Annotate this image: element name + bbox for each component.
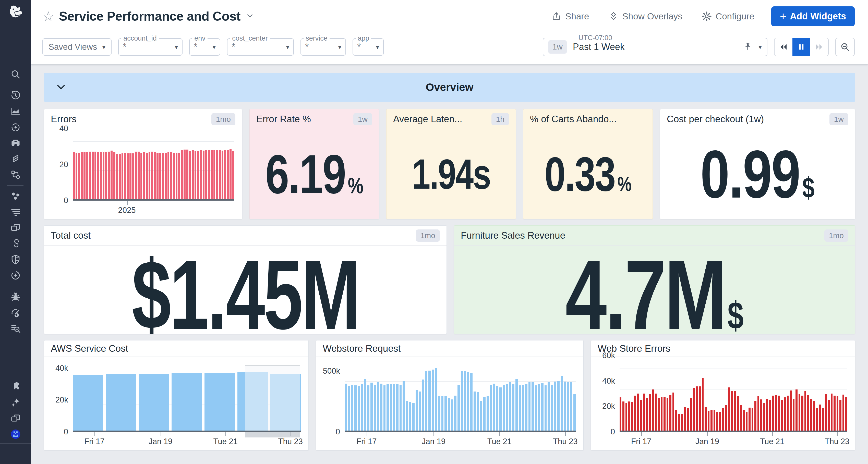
widget-title: Average Laten... <box>393 114 462 125</box>
sidebar-item-windows[interactable] <box>7 410 25 426</box>
bar <box>561 376 563 431</box>
bar <box>108 152 110 199</box>
webstore-request-chart[interactable]: 0500kFri 17Jan 19Tue 21Thu 23 <box>316 357 583 450</box>
y-axis-labels: 0500k <box>320 364 345 446</box>
template-variable-account_id[interactable]: account_id * ▾ <box>118 38 183 56</box>
query-unit: % <box>348 174 363 197</box>
time-backward-button[interactable] <box>775 38 793 56</box>
sidebar-item-ai-assistant[interactable] <box>7 395 25 410</box>
sidebar-item-ci[interactable] <box>7 268 25 283</box>
bar <box>813 401 815 431</box>
aws-cost-chart[interactable]: 020k40kFri 17Jan 19Tue 21Thu 23 <box>44 357 308 450</box>
sidebar-item-workflows[interactable] <box>7 167 25 183</box>
overview-section-header[interactable]: Overview <box>44 73 855 102</box>
bar <box>690 398 692 431</box>
caret-down-icon: ▾ <box>102 43 105 51</box>
variable-label: service <box>304 34 330 42</box>
datadog-logo-icon[interactable] <box>6 3 26 23</box>
errors-chart[interactable]: 020402025 <box>44 129 242 219</box>
total-cost-widget[interactable]: Total cost 1mo $1.45M <box>44 225 447 334</box>
sidebar-item-security[interactable] <box>7 252 25 268</box>
bar <box>178 153 180 199</box>
widget-header: Webstore Request <box>316 340 583 357</box>
sidebar-item-synthetics[interactable] <box>7 236 25 252</box>
plot-area[interactable] <box>345 364 576 432</box>
plot-area[interactable] <box>73 364 301 432</box>
web-store-errors-widget[interactable]: Web Store Errors 020k40k60kFri 17Jan 19T… <box>591 340 855 451</box>
bar <box>646 398 648 431</box>
x-tick-mark <box>772 432 773 436</box>
sidebar-item-performance[interactable] <box>7 305 25 320</box>
bar <box>396 384 399 431</box>
x-axis: Fri 17Jan 19Tue 21Thu 23 <box>73 432 301 446</box>
zoom-out-button[interactable] <box>835 38 855 56</box>
bar <box>106 374 136 431</box>
sidebar-item-search[interactable] <box>7 66 25 82</box>
add-widgets-button[interactable]: + Add Widgets <box>771 6 855 26</box>
show-overlays-button[interactable]: Show Overlays <box>608 11 682 22</box>
windows-icon <box>10 413 21 424</box>
y-tick-label: 20k <box>55 395 68 405</box>
pin-icon[interactable] <box>743 41 753 53</box>
widget-title: Cost per checkout (1w) <box>667 114 764 125</box>
bar <box>684 407 686 431</box>
sidebar-item-history[interactable] <box>7 88 25 104</box>
template-variable-app[interactable]: app * ▾ <box>352 38 384 56</box>
share-button[interactable]: Share <box>551 11 589 22</box>
sidebar-item-rum[interactable] <box>7 220 25 236</box>
fast-forward-icon <box>815 42 824 52</box>
favorite-star-icon[interactable]: ☆ <box>42 10 54 23</box>
template-variable-env[interactable]: env * ▾ <box>189 38 220 56</box>
bar <box>390 384 392 431</box>
configure-button[interactable]: Configure <box>701 11 754 22</box>
webstore-request-widget[interactable]: Webstore Request 0500kFri 17Jan 19Tue 21… <box>316 340 584 451</box>
sidebar-item-logs[interactable] <box>7 204 25 220</box>
template-variables: account_id * ▾env * ▾cost_center * ▾serv… <box>112 38 384 56</box>
bar <box>132 153 134 199</box>
error-rate-widget[interactable]: Error Rate % 1w 6.19% <box>249 109 379 219</box>
bar <box>499 388 502 431</box>
title-dropdown-caret-icon[interactable] <box>246 11 254 21</box>
time-forward-button[interactable] <box>810 38 828 56</box>
template-variable-service[interactable]: service * ▾ <box>301 38 346 56</box>
selection-overlay[interactable] <box>245 366 300 431</box>
cost-per-checkout-widget[interactable]: Cost per checkout (1w) 1w 0.99$ <box>660 109 855 219</box>
bar <box>141 153 143 199</box>
sidebar-item-metrics[interactable] <box>7 104 25 119</box>
y-tick-label: 20 <box>60 160 68 169</box>
integrations-icon <box>10 381 21 392</box>
x-tick-mark <box>565 432 566 436</box>
sidebar-item-user-avatar[interactable] <box>7 426 25 442</box>
bar <box>538 384 540 431</box>
sidebar-item-services[interactable] <box>7 188 25 204</box>
carts-abandoned-widget[interactable]: % of Carts Abando... 0.33% <box>523 109 653 219</box>
saved-views-dropdown[interactable]: Saved Views ▾ <box>42 38 112 56</box>
x-tick-mark <box>837 432 838 436</box>
y-tick-label: 0 <box>64 196 68 205</box>
average-latency-widget[interactable]: Average Laten... 1h 1.94s <box>386 109 516 219</box>
plot-area[interactable] <box>620 364 847 432</box>
sidebar-item-log-search[interactable] <box>7 320 25 336</box>
time-pause-button[interactable] <box>793 38 810 56</box>
bar <box>361 384 363 431</box>
aws-service-cost-widget[interactable]: AWS Service Cost 020k40kFri 17Jan 19Tue … <box>44 340 309 451</box>
query-value: 0.33 <box>545 150 615 198</box>
furniture-revenue-widget[interactable]: Furniture Sales Revenue 1mo 4.7M$ <box>454 225 855 334</box>
sidebar-item-watchdog[interactable] <box>7 135 25 151</box>
bar <box>435 368 437 431</box>
sidebar-item-infrastructure[interactable] <box>7 151 25 167</box>
widget-title: AWS Service Cost <box>51 343 128 354</box>
sidebar-item-apm[interactable] <box>7 119 25 135</box>
bar <box>138 374 169 431</box>
zoom-out-icon <box>840 42 850 52</box>
web-store-errors-chart[interactable]: 020k40k60kFri 17Jan 19Tue 21Thu 23 <box>591 357 855 450</box>
template-variable-cost_center[interactable]: cost_center * ▾ <box>227 38 294 56</box>
plot-area[interactable] <box>73 136 235 200</box>
sidebar-item-error-tracking[interactable] <box>7 289 25 305</box>
bar <box>649 394 651 431</box>
errors-timeseries-widget[interactable]: Errors 1mo 020402025 <box>44 109 242 219</box>
bar <box>208 150 210 199</box>
time-range-picker[interactable]: UTC-07:00 1w Past 1 Week ▾ <box>543 38 767 56</box>
ci-icon <box>10 270 21 281</box>
sidebar-item-integrations[interactable] <box>7 379 25 395</box>
